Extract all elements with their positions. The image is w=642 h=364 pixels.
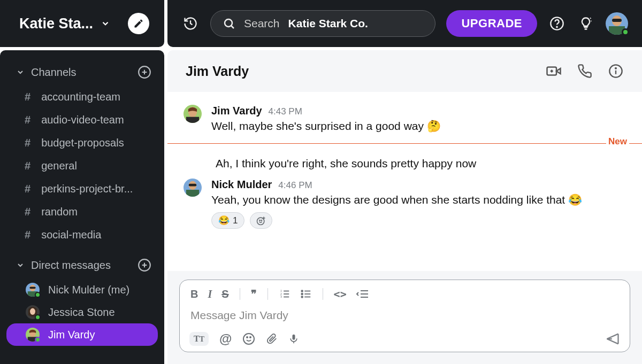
bold-icon[interactable]: B: [190, 288, 198, 300]
message-text: Ah, I think you're right, she sounds pre…: [216, 156, 626, 172]
workspace-switcher[interactable]: Katie Sta...: [0, 0, 164, 47]
svg-rect-62: [293, 335, 295, 340]
bullet-list-icon[interactable]: [300, 288, 312, 300]
user-avatar[interactable]: [606, 12, 628, 35]
message-time: 4:43 PM: [269, 106, 302, 117]
avatar[interactable]: [184, 179, 202, 197]
workspace-name: Katie Sta...: [19, 16, 93, 32]
search-org: Katie Stark Co.: [288, 17, 368, 30]
hash-icon: #: [25, 206, 30, 218]
message[interactable]: Jim Vardy4:43 PM Well, maybe she's surpr…: [184, 102, 626, 137]
message-author[interactable]: Jim Vardy: [211, 105, 262, 117]
svg-text:3: 3: [280, 295, 281, 298]
hash-icon: #: [25, 91, 30, 103]
sidebar-channel[interactable]: #budget-proposals: [0, 131, 164, 154]
compose-button[interactable]: [128, 13, 149, 34]
svg-rect-37: [186, 190, 199, 197]
sidebar-channel[interactable]: #accounting-team: [0, 86, 164, 109]
dm-item-jim[interactable]: Jim Vardy: [6, 323, 158, 346]
attach-icon[interactable]: [266, 332, 278, 345]
sidebar: Channels #accounting-team#audio-video-te…: [0, 50, 164, 364]
svg-point-55: [301, 296, 303, 298]
svg-rect-34: [186, 117, 199, 123]
hash-icon: #: [25, 183, 30, 195]
svg-line-2: [232, 26, 234, 29]
chevron-down-icon: [101, 19, 110, 28]
info-icon[interactable]: [608, 63, 624, 79]
add-channel-button[interactable]: [137, 65, 151, 79]
svg-rect-38: [189, 184, 197, 187]
message-input[interactable]: Message Jim Vardy: [189, 306, 620, 327]
svg-line-65: [607, 339, 618, 344]
svg-point-61: [250, 337, 251, 338]
message-time: 4:46 PM: [278, 180, 312, 191]
svg-point-39: [257, 218, 264, 224]
emoji-icon[interactable]: [242, 332, 255, 345]
presence-indicator: [622, 28, 629, 36]
svg-point-1: [225, 19, 232, 27]
quote-icon[interactable]: ❞: [251, 288, 257, 300]
add-video-icon[interactable]: [546, 63, 562, 79]
conversation-header: Jim Vardy: [167, 50, 642, 92]
svg-point-31: [615, 68, 616, 69]
svg-point-59: [243, 334, 254, 344]
search-label: Search: [244, 17, 280, 30]
dm-item-jessica[interactable]: Jessica Stone: [6, 301, 158, 323]
text-style-icon[interactable]: TT: [189, 332, 209, 346]
conversation-title[interactable]: Jim Vardy: [186, 64, 249, 79]
new-divider: New: [184, 138, 626, 148]
message-text: Yeah, you know the designs are good when…: [211, 192, 626, 208]
history-icon[interactable]: [181, 14, 200, 33]
dm-item-nick[interactable]: Nick Mulder (me): [6, 278, 158, 301]
sidebar-channel[interactable]: #social-media: [0, 223, 164, 246]
mention-icon[interactable]: @: [219, 331, 232, 346]
svg-point-40: [259, 220, 260, 220]
chevron-down-icon: [16, 68, 25, 76]
sidebar-channel[interactable]: #random: [0, 200, 164, 223]
chevron-down-icon: [16, 261, 25, 269]
svg-rect-18: [29, 286, 35, 289]
message-author[interactable]: Nick Mulder: [211, 179, 272, 191]
hash-icon: #: [25, 137, 30, 149]
svg-point-53: [301, 290, 303, 292]
message-list: Jim Vardy4:43 PM Well, maybe she's surpr…: [167, 92, 642, 271]
sidebar-channel[interactable]: #audio-video-team: [0, 109, 164, 131]
hash-icon: #: [25, 114, 30, 126]
ordered-list-icon[interactable]: 123: [279, 288, 291, 300]
send-button[interactable]: [605, 331, 620, 346]
add-reaction-button[interactable]: [250, 212, 272, 229]
svg-point-21: [30, 308, 35, 315]
message[interactable]: Nick Mulder4:46 PM Yeah, you know the de…: [184, 175, 626, 232]
call-icon[interactable]: [577, 63, 593, 79]
hash-icon: #: [25, 229, 30, 241]
svg-point-41: [262, 220, 262, 220]
upgrade-button[interactable]: UPGRADE: [446, 10, 537, 37]
svg-point-4: [556, 27, 557, 27]
svg-point-60: [247, 337, 248, 338]
add-dm-button[interactable]: [137, 258, 151, 272]
message[interactable]: Ah, I think you're right, she sounds pre…: [184, 151, 626, 175]
sidebar-channel[interactable]: #general: [0, 154, 164, 177]
message-text: Well, maybe she's surprised in a good wa…: [211, 118, 626, 134]
composer[interactable]: B I S ❞ 123 <> Message Jim Vardy TT: [179, 280, 630, 352]
dm-header[interactable]: Direct messages: [0, 255, 164, 275]
mic-icon[interactable]: [288, 332, 299, 345]
channels-header[interactable]: Channels: [0, 62, 164, 82]
sidebar-channel[interactable]: #perkins-project-br...: [0, 177, 164, 200]
help-icon[interactable]: [548, 14, 566, 33]
search-icon: [223, 17, 235, 30]
strike-icon[interactable]: S: [221, 288, 228, 300]
reaction[interactable]: 😂1: [211, 212, 244, 229]
format-toolbar: B I S ❞ 123 <>: [189, 285, 620, 306]
ideas-icon[interactable]: [577, 14, 595, 33]
svg-point-54: [301, 293, 303, 295]
svg-rect-8: [612, 19, 622, 22]
hash-icon: #: [25, 160, 30, 172]
svg-line-64: [607, 334, 618, 339]
code-icon[interactable]: <>: [334, 288, 347, 300]
search-input[interactable]: Search Katie Stark Co.: [210, 10, 435, 37]
avatar[interactable]: [184, 105, 202, 123]
codeblock-icon[interactable]: [356, 288, 369, 300]
italic-icon[interactable]: I: [208, 288, 212, 300]
